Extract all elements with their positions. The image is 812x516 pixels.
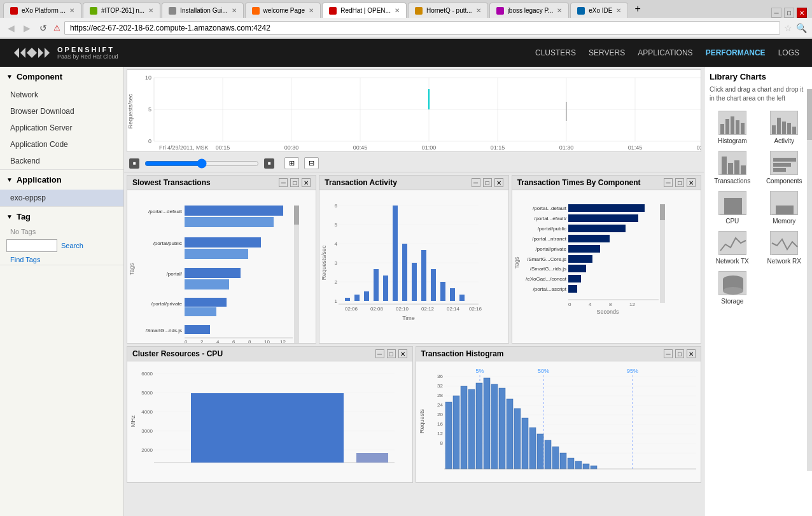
tab-itop[interactable]: #ITOP-261] n... ✕ xyxy=(83,3,160,18)
nav-applications[interactable]: APPLICATIONS xyxy=(638,48,692,57)
sidebar-item-app-code[interactable]: Application Code xyxy=(0,136,123,153)
svg-rect-87 xyxy=(440,282,445,301)
library-item-network-rx[interactable]: Network RX xyxy=(762,231,808,265)
tab-exo-platform[interactable]: eXo Platform ... ✕ xyxy=(3,3,81,18)
cluster-cpu-title: Cluster Resources - CPU xyxy=(132,349,223,358)
library-item-components[interactable]: Components xyxy=(762,151,808,185)
search-button[interactable]: Search xyxy=(61,242,83,249)
activity-minimize[interactable]: ─ xyxy=(472,178,480,187)
slowest-transactions-header: Slowest Transactions ─ □ ✕ xyxy=(127,176,316,190)
svg-rect-100 xyxy=(568,204,645,212)
svg-rect-86 xyxy=(431,269,436,301)
times-close[interactable]: ✕ xyxy=(687,178,696,187)
activity-close[interactable]: ✕ xyxy=(494,178,503,187)
histogram-close[interactable]: ✕ xyxy=(687,349,696,358)
tab-close-5[interactable]: ✕ xyxy=(395,7,400,14)
histogram-svg: Requests 5% 50% 95% 36 32 xyxy=(416,364,701,482)
svg-rect-187 xyxy=(736,120,739,134)
library-item-histogram[interactable]: Histogram xyxy=(710,111,755,144)
component-collapse-icon: ▼ xyxy=(6,73,13,80)
times-resize[interactable]: □ xyxy=(675,178,684,187)
tag-search-input[interactable] xyxy=(6,239,57,252)
cpu-resize[interactable]: □ xyxy=(387,349,396,358)
close-button[interactable]: ✕ xyxy=(797,8,807,18)
svg-rect-49 xyxy=(185,307,216,316)
reload-button[interactable]: ↺ xyxy=(37,23,50,33)
maximize-button[interactable]: □ xyxy=(784,8,794,18)
minimize-button[interactable]: ─ xyxy=(771,8,781,18)
svg-rect-108 xyxy=(568,245,600,253)
histogram-label: Histogram xyxy=(718,137,747,144)
tab-welcome[interactable]: welcome Page ✕ xyxy=(245,3,321,18)
cpu-close[interactable]: ✕ xyxy=(398,349,407,358)
sidebar-item-backend[interactable]: Backend xyxy=(0,153,123,169)
svg-rect-180 xyxy=(575,461,582,469)
transaction-histogram-title: Transaction Histogram xyxy=(421,349,504,358)
sidebar-item-app-server[interactable]: Application Server xyxy=(0,120,123,136)
svg-rect-40 xyxy=(185,217,274,227)
forward-button[interactable]: ▶ xyxy=(21,23,33,33)
url-input[interactable] xyxy=(64,21,780,35)
histogram-resize[interactable]: □ xyxy=(675,349,684,358)
find-tags-link[interactable]: Find Tags xyxy=(0,255,123,265)
svg-text:5: 5 xyxy=(335,222,338,228)
slowest-close[interactable]: ✕ xyxy=(302,178,311,187)
tab-close-1[interactable]: ✕ xyxy=(69,7,74,14)
cpu-minimize[interactable]: ─ xyxy=(375,349,384,358)
histogram-minimize[interactable]: ─ xyxy=(664,349,673,358)
new-tab-button[interactable]: + xyxy=(629,3,645,15)
sidebar-item-browser-download[interactable]: Browser Download xyxy=(0,103,123,120)
nav-servers[interactable]: SERVERS xyxy=(589,48,625,57)
zoom-button-1[interactable]: ⊞ xyxy=(284,157,299,169)
tab-close-4[interactable]: ✕ xyxy=(309,7,314,14)
application-section-header[interactable]: ▼ Application xyxy=(0,170,123,190)
svg-rect-88 xyxy=(450,288,455,301)
svg-text:01:00: 01:00 xyxy=(422,144,437,151)
tab-close-8[interactable]: ✕ xyxy=(616,7,621,14)
tab-install[interactable]: Installation Gui... ✕ xyxy=(162,3,243,18)
sidebar-item-exo-eppsp[interactable]: exo-eppsp xyxy=(0,190,123,206)
sidebar-item-network[interactable]: Network xyxy=(0,87,123,103)
library-item-transactions[interactable]: Transactions xyxy=(710,151,755,185)
tab-exo-ide[interactable]: eXo IDE ✕ xyxy=(570,3,628,18)
search-bar-icon[interactable]: 🔍 xyxy=(796,23,807,33)
nav-performance[interactable]: PERFORMANCE xyxy=(706,48,766,57)
svg-text:MHz: MHz xyxy=(130,415,136,427)
activity-resize[interactable]: □ xyxy=(483,178,492,187)
library-item-cpu[interactable]: CPU xyxy=(710,191,755,225)
tab-close-6[interactable]: ✕ xyxy=(476,7,481,14)
tag-section-header[interactable]: ▼ Tag xyxy=(0,207,123,227)
svg-text:/portal...ntranet: /portal...ntranet xyxy=(532,236,567,242)
tab-jboss[interactable]: jboss legacy P... ✕ xyxy=(489,3,570,18)
component-section-header[interactable]: ▼ Component xyxy=(0,67,123,87)
nav-clusters[interactable]: CLUSTERS xyxy=(535,48,576,57)
svg-rect-181 xyxy=(583,464,589,469)
right-panel-scrollbar[interactable] xyxy=(807,89,812,471)
library-item-network-tx[interactable]: Network TX xyxy=(710,231,755,265)
tab-hornetq[interactable]: HornetQ - putt... ✕ xyxy=(408,3,488,18)
zoom-button-2[interactable]: ⊟ xyxy=(304,157,319,169)
nav-logs[interactable]: LOGS xyxy=(778,48,799,57)
svg-text:20: 20 xyxy=(437,412,443,417)
tab-close-7[interactable]: ✕ xyxy=(557,7,562,14)
logo-text-container: OPENSHIFT PaaS by Red Hat Cloud xyxy=(57,46,118,60)
tab-redhat[interactable]: RedHat | OPEN... ✕ xyxy=(322,3,407,18)
svg-text:5%: 5% xyxy=(475,368,484,374)
times-minimize[interactable]: ─ xyxy=(664,178,673,187)
back-button[interactable]: ◀ xyxy=(5,23,17,33)
library-item-storage[interactable]: Storage xyxy=(710,271,755,305)
slowest-minimize[interactable]: ─ xyxy=(279,178,288,187)
activity-icon-svg xyxy=(771,111,799,136)
svg-rect-199 xyxy=(773,158,796,162)
play-button[interactable]: ■ xyxy=(129,158,139,169)
svg-text:/SmartG...rids.js: /SmartG...rids.js xyxy=(146,328,182,333)
timeline-slider[interactable] xyxy=(144,158,259,169)
tab-close-3[interactable]: ✕ xyxy=(232,7,237,14)
stop-button[interactable]: ■ xyxy=(264,158,274,169)
library-item-memory[interactable]: Memory xyxy=(762,191,808,225)
svg-marker-3 xyxy=(32,48,37,58)
library-item-activity[interactable]: Activity xyxy=(762,111,808,144)
tab-close-2[interactable]: ✕ xyxy=(148,7,153,14)
slowest-resize[interactable]: □ xyxy=(290,178,299,187)
bookmark-icon[interactable]: ☆ xyxy=(784,23,792,33)
